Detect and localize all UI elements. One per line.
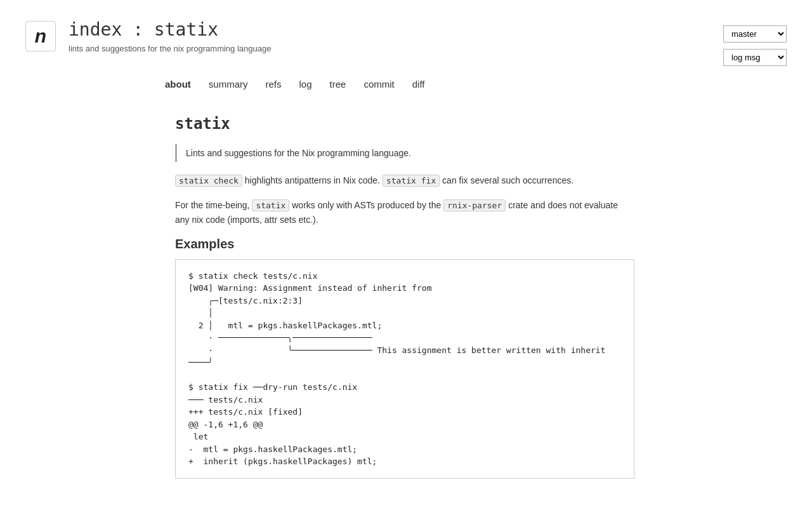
nav-links: about summary refs log tree commit diff [165,79,425,90]
branch-select[interactable]: master [723,25,787,43]
desc1-text: highlights antipatterns in Nix code. [245,175,383,185]
intro-quote: Lints and suggestions for the Nix progra… [175,144,634,162]
statix-code: statix [252,199,289,211]
nav-log[interactable]: log [299,79,312,90]
header-title-block: index : statix lints and suggestions for… [69,19,271,53]
header-left: n index : statix lints and suggestions f… [25,19,271,53]
rnix-parser-code: rnix-parser [443,199,506,211]
page-header: n index : statix lints and suggestions f… [0,0,812,79]
main-content: statix Lints and suggestions for the Nix… [0,96,660,504]
examples-title: Examples [175,237,634,251]
nav-refs[interactable]: refs [266,79,282,90]
nav-tree[interactable]: tree [330,79,346,90]
desc2-middle: works only with ASTs produced by the [292,200,443,210]
log-msg-select[interactable]: log msg [723,49,787,66]
desc1-suffix: can fix several such occurrences. [442,175,573,185]
nav-summary[interactable]: summary [209,79,248,90]
nav-about[interactable]: about [165,79,191,90]
nav-bar: about summary refs log tree commit diff [0,79,812,96]
code-block: $ statix check tests/c.nix [W04] Warning… [175,259,634,479]
description-1: statix check highlights antipatterns in … [175,173,634,188]
statix-fix-code: statix fix [383,175,440,187]
logo-text: n [35,25,46,47]
page-subtitle: lints and suggestions for the nix progra… [69,44,271,53]
page-title: index : statix [69,19,271,40]
logo: n [25,21,56,51]
intro-quote-text: Lints and suggestions for the Nix progra… [186,148,411,158]
description-2: For the time-being, statix works only wi… [175,198,634,227]
nav-commit[interactable]: commit [363,79,394,90]
repo-title: statix [175,115,634,133]
statix-check-code: statix check [175,175,242,187]
header-right: master log msg [723,19,787,66]
desc2-prefix: For the time-being, [175,200,252,210]
nav-diff[interactable]: diff [412,79,425,90]
code-text: $ statix check tests/c.nix [W04] Warning… [188,271,605,467]
